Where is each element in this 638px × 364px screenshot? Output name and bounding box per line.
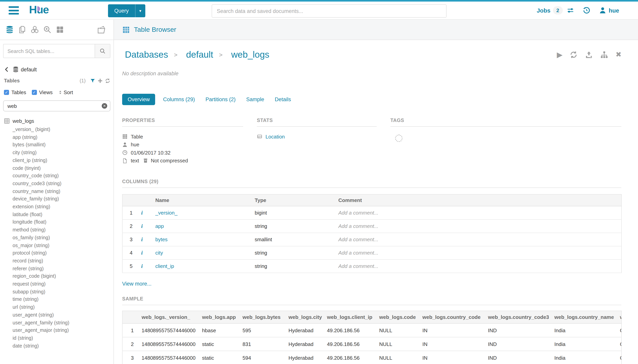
clear-filter-icon[interactable]: ✕ <box>102 103 107 109</box>
tab-partitions[interactable]: Partitions (2) <box>205 94 236 105</box>
tables-checkbox[interactable]: ✓ <box>4 90 9 95</box>
column-name-link[interactable]: _version_ <box>152 206 252 220</box>
list-item[interactable]: os_major (string) <box>3 242 110 250</box>
sidebar-table-web-logs[interactable]: web_logs <box>4 118 110 124</box>
hue-logo[interactable]: Hue <box>29 4 49 16</box>
list-item[interactable]: longitude (float) <box>3 219 110 226</box>
sql-tables-search-input[interactable] <box>4 44 95 58</box>
list-item[interactable]: country_code3 (string) <box>3 180 110 188</box>
breadcrumb-databases[interactable]: Databases <box>125 49 168 60</box>
list-item[interactable]: client_ip (string) <box>3 157 110 164</box>
list-item[interactable]: user_agent_family (string) <box>3 319 110 327</box>
info-icon[interactable]: i <box>141 236 143 242</box>
list-item[interactable]: country_name (string) <box>3 188 110 195</box>
list-item[interactable]: referer (string) <box>3 265 110 272</box>
list-item[interactable]: id (string) <box>3 334 110 342</box>
documents-panel-icon[interactable] <box>18 26 26 34</box>
comment-input[interactable]: Add a comment... <box>335 246 621 260</box>
sample-column-header: web_logs.country_code3 <box>486 311 552 324</box>
global-search-input[interactable] <box>212 4 447 18</box>
jobs-link[interactable]: Jobs <box>537 7 550 14</box>
refresh-icon[interactable] <box>105 78 110 83</box>
list-item[interactable]: app (string) <box>3 134 110 141</box>
zoom-in-panel-icon[interactable] <box>43 26 52 34</box>
info-icon[interactable]: i <box>141 210 143 216</box>
add-icon[interactable] <box>97 78 103 83</box>
tab-sample[interactable]: Sample <box>246 94 264 105</box>
documents-folder-icon[interactable] <box>97 25 106 34</box>
tab-details[interactable]: Details <box>275 94 291 105</box>
upload-icon[interactable] <box>585 50 593 59</box>
list-item[interactable]: code (tinyint) <box>3 164 110 172</box>
database-name[interactable]: default <box>21 66 37 72</box>
apps-grid-panel-icon[interactable] <box>56 26 64 34</box>
column-name-link[interactable]: client_ip <box>152 260 252 273</box>
comment-input[interactable]: Add a comment... <box>335 233 621 246</box>
sliders-icon[interactable] <box>567 7 574 14</box>
list-item[interactable]: protocol (string) <box>3 250 110 257</box>
view-more-link[interactable]: View more... <box>122 281 638 287</box>
list-item[interactable]: bytes (smallint) <box>3 142 110 149</box>
comment-input[interactable]: Add a comment... <box>335 206 621 220</box>
list-item[interactable]: latitude (float) <box>3 211 110 218</box>
property-type: Table <box>122 132 243 140</box>
list-item[interactable]: region_code (bigint) <box>3 273 110 280</box>
list-item[interactable]: city (string) <box>3 149 110 157</box>
cubes-panel-icon[interactable] <box>31 26 39 34</box>
list-item[interactable]: method (string) <box>3 226 110 234</box>
breadcrumb-default[interactable]: default <box>186 49 213 60</box>
list-item[interactable]: _version_ (bigint) <box>3 126 110 134</box>
list-item[interactable]: date (string) <box>3 342 110 350</box>
list-item[interactable]: device_family (string) <box>3 196 110 203</box>
chevron-left-icon[interactable] <box>4 67 10 72</box>
views-checkbox-label[interactable]: Views <box>39 90 53 95</box>
table-filter-input[interactable] <box>3 100 110 112</box>
refresh-table-icon[interactable] <box>570 50 578 59</box>
database-panel-icon[interactable] <box>6 26 14 34</box>
search-icon[interactable] <box>95 44 110 58</box>
list-item[interactable]: user_agent (string) <box>3 312 110 319</box>
list-item[interactable]: time (string) <box>3 296 110 304</box>
table-name[interactable]: web_logs <box>13 118 34 124</box>
list-item[interactable]: country_code (string) <box>3 172 110 180</box>
filter-funnel-icon[interactable] <box>90 78 95 83</box>
comment-input[interactable]: Add a comment... <box>335 260 621 273</box>
caret-down-icon[interactable]: ▼ <box>135 4 145 17</box>
breadcrumb-web-logs[interactable]: web_logs <box>231 49 269 60</box>
close-icon[interactable]: ✖ <box>616 50 621 59</box>
list-item[interactable]: request (string) <box>3 280 110 288</box>
list-item[interactable]: os_family (string) <box>3 234 110 242</box>
info-icon[interactable]: i <box>141 223 143 229</box>
tab-overview[interactable]: Overview <box>122 94 155 105</box>
query-button-label[interactable]: Query <box>108 4 135 17</box>
sample-column-header: web_logs.country_code <box>420 311 486 324</box>
user-menu[interactable]: hue <box>599 7 619 14</box>
header-blank <box>122 311 139 324</box>
jobs-count-badge[interactable]: 2 <box>553 6 563 14</box>
history-icon[interactable] <box>583 7 590 14</box>
column-name-link[interactable]: city <box>152 246 252 260</box>
comment-input[interactable]: Add a comment... <box>335 220 621 233</box>
query-table-icon[interactable]: ▶ <box>557 50 563 59</box>
column-name-link[interactable]: app <box>152 220 252 233</box>
views-checkbox[interactable]: ✓ <box>32 90 37 95</box>
list-item[interactable]: subapp (string) <box>3 288 110 296</box>
list-item[interactable]: record (string) <box>3 257 110 265</box>
sort-control[interactable]: Sort <box>58 90 73 95</box>
info-icon[interactable]: i <box>141 250 143 256</box>
list-item[interactable]: user_agent_major (string) <box>3 327 110 334</box>
table-description[interactable]: No description available <box>122 70 638 76</box>
list-item[interactable]: extension (string) <box>3 203 110 211</box>
list-item[interactable]: url (string) <box>3 304 110 311</box>
sort-icon <box>58 90 62 95</box>
query-button[interactable]: Query ▼ <box>108 4 145 17</box>
sitemap-icon[interactable] <box>600 50 608 59</box>
column-name-link[interactable]: bytes <box>152 233 252 246</box>
tables-checkbox-label[interactable]: Tables <box>12 90 26 95</box>
hamburger-menu-icon[interactable] <box>9 6 19 14</box>
tab-columns[interactable]: Columns (29) <box>163 94 195 105</box>
location-link[interactable]: Location <box>266 134 285 140</box>
database-breadcrumb[interactable]: default <box>4 66 110 72</box>
row-number: 4 <box>122 246 138 260</box>
info-icon[interactable]: i <box>141 263 143 269</box>
